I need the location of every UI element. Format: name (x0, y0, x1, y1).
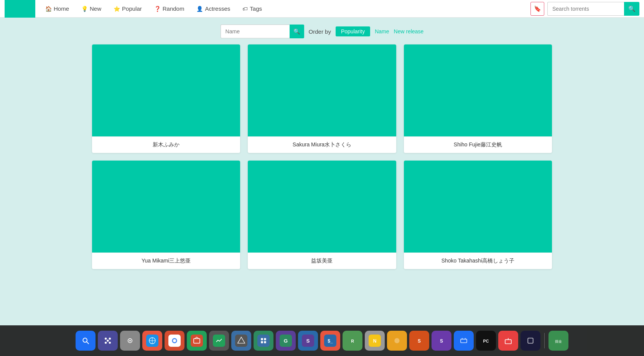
dock-app-17[interactable]: S (432, 331, 451, 351)
name-search-bar: 🔍 (221, 25, 304, 38)
bookmark-button[interactable]: 🔖 (530, 2, 544, 16)
new-icon: 💡 (81, 6, 88, 12)
dock-system-prefs[interactable] (120, 331, 140, 351)
nav-random-label: Random (163, 5, 184, 12)
dock-app-20[interactable] (498, 331, 518, 351)
svg-rect-24 (257, 335, 270, 347)
dock-app-15[interactable] (387, 331, 407, 351)
home-icon: 🏠 (45, 6, 52, 12)
actress-card-2[interactable]: Sakura Miura水卜さくら (248, 44, 396, 153)
bookmark-icon: 🔖 (534, 5, 541, 12)
nav-home-label: Home (54, 5, 69, 12)
dock-app-22[interactable]: 掘金 (548, 331, 568, 351)
dock-app-21[interactable] (520, 331, 540, 351)
navbar: 🏠 Home 💡 New ⭐ Popular ❓ Random 👤 Actres… (0, 0, 644, 18)
dock-app-8[interactable] (231, 331, 251, 351)
actress-name-4: Yua Mikami三上悠亜 (92, 253, 240, 269)
order-new-release-link[interactable]: New release (394, 28, 424, 34)
actress-card-6[interactable]: Shoko Takahashi高橋しょう子 (404, 161, 552, 269)
actress-card-1[interactable]: 新木ふみか (92, 44, 240, 153)
svg-rect-54 (524, 335, 537, 347)
dock-chrome[interactable] (165, 331, 184, 351)
svg-point-8 (107, 340, 109, 341)
svg-point-5 (109, 338, 111, 340)
dock-app-16[interactable]: S (409, 331, 429, 351)
dock-app-19[interactable]: PC (476, 331, 496, 351)
dock-app-14[interactable]: N (365, 331, 385, 351)
svg-rect-22 (235, 335, 247, 347)
svg-text:$_: $_ (328, 338, 333, 344)
svg-text:R: R (351, 339, 354, 343)
torrent-search-button[interactable]: 🔍 (624, 2, 639, 16)
svg-text:掘金: 掘金 (555, 340, 562, 343)
nav-tags-label: Tags (250, 5, 262, 12)
dock: G S $_ R N S (0, 325, 644, 356)
svg-rect-26 (264, 338, 266, 340)
actress-name-3: Shiho Fujie藤江史帆 (404, 136, 552, 153)
dock-app-10[interactable]: G (276, 331, 296, 351)
nav-actresses-label: Actresses (205, 5, 230, 12)
nav-actresses[interactable]: 👤 Actresses (191, 4, 236, 13)
nav-popular[interactable]: ⭐ Popular (108, 4, 147, 13)
dock-app-12[interactable]: $_ (320, 331, 340, 351)
nav-new-label: New (90, 5, 101, 12)
svg-point-6 (105, 342, 107, 344)
nav-home[interactable]: 🏠 Home (40, 4, 74, 13)
actress-card-3[interactable]: Shiho Fujie藤江史帆 (404, 44, 552, 153)
brand-logo[interactable] (5, 0, 35, 18)
name-search-input[interactable] (221, 25, 290, 38)
nav-new[interactable]: 💡 New (76, 4, 107, 13)
actress-image-1 (92, 44, 240, 136)
actress-image-4 (92, 161, 240, 253)
dock-app-9[interactable] (254, 331, 273, 351)
dock-launchpad[interactable] (98, 331, 118, 351)
svg-text:S: S (306, 338, 310, 344)
svg-rect-27 (261, 341, 263, 343)
actress-image-5 (248, 161, 396, 253)
nav-tags[interactable]: 🏷 Tags (237, 4, 267, 13)
svg-rect-51 (502, 335, 514, 347)
actresses-icon: 👤 (196, 6, 203, 12)
name-search-icon: 🔍 (293, 28, 300, 34)
popular-icon: ⭐ (114, 6, 120, 12)
dock-divider (544, 333, 545, 348)
svg-text:S: S (418, 338, 421, 344)
nav-random[interactable]: ❓ Random (149, 4, 190, 13)
order-popularity-button[interactable]: Popularity (336, 26, 370, 36)
order-by-label: Order by (309, 28, 331, 35)
svg-rect-0 (79, 335, 92, 347)
dock-finder[interactable] (76, 331, 96, 351)
svg-point-4 (105, 338, 107, 340)
svg-point-11 (129, 340, 131, 341)
svg-text:S: S (440, 338, 443, 344)
dock-app-11[interactable]: S (298, 331, 318, 351)
torrent-search-input[interactable] (547, 2, 624, 16)
svg-rect-45 (458, 335, 470, 347)
dock-app-7[interactable] (209, 331, 229, 351)
actress-card-5[interactable]: 益坂美亜 (248, 161, 396, 269)
actress-image-3 (404, 44, 552, 136)
navbar-right: 🔖 🔍 (530, 2, 639, 16)
dock-app-6[interactable] (187, 331, 207, 351)
dock-safari[interactable] (142, 331, 162, 351)
order-name-link[interactable]: Name (375, 28, 389, 34)
filter-row: 🔍 Order by Popularity Name New release (0, 18, 644, 44)
actress-image-6 (404, 161, 552, 253)
svg-rect-25 (261, 338, 263, 340)
actress-image-2 (248, 44, 396, 136)
search-icon: 🔍 (628, 5, 636, 12)
name-search-button[interactable]: 🔍 (290, 25, 304, 38)
svg-point-40 (394, 338, 399, 343)
svg-text:N: N (373, 338, 377, 344)
dock-app-18[interactable] (454, 331, 474, 351)
actress-name-6: Shoko Takahashi高橋しょう子 (404, 253, 552, 269)
svg-rect-28 (264, 341, 266, 343)
nav-popular-label: Popular (122, 5, 142, 12)
dock-app-13[interactable]: R (343, 331, 362, 351)
torrent-search-bar: 🔍 (547, 2, 639, 16)
svg-point-18 (173, 339, 176, 342)
tags-icon: 🏷 (242, 6, 248, 12)
actress-card-4[interactable]: Yua Mikami三上悠亜 (92, 161, 240, 269)
svg-text:G: G (284, 338, 288, 344)
svg-text:PC: PC (483, 339, 489, 343)
